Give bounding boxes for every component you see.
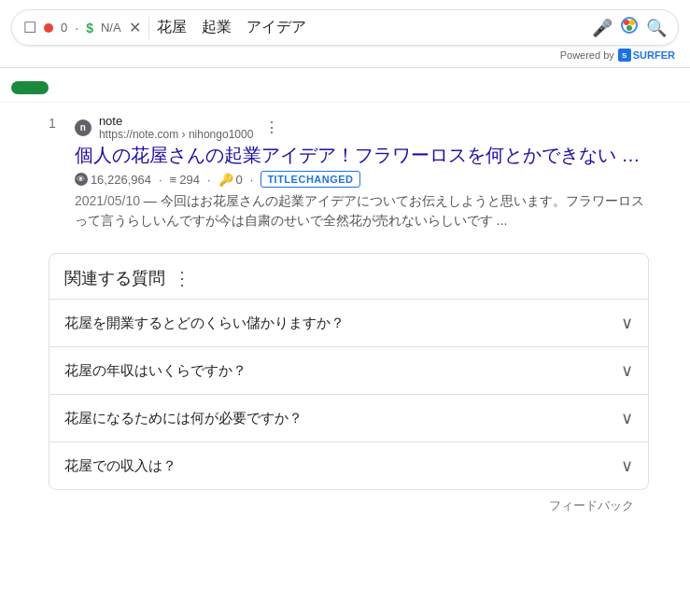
faq-header-title: 関連する質問: [64, 267, 165, 289]
faq-more-icon[interactable]: ⋮: [173, 267, 191, 289]
views-metric: 👁 16,226,964: [75, 173, 151, 187]
more-options-icon[interactable]: ⋮: [264, 119, 279, 136]
words-value: 294: [179, 173, 200, 187]
separator-2: ·: [207, 173, 211, 187]
powered-by-label: Powered by: [560, 49, 614, 61]
search-icon[interactable]: 🔍: [646, 18, 667, 38]
faq-item-1[interactable]: 花屋を開業するとどのくらい儲かりますか？ ∨: [49, 300, 648, 347]
favicon-letter: n: [80, 122, 86, 133]
faq-chevron-2: ∨: [621, 360, 633, 381]
feedback-label[interactable]: フィードバック: [549, 498, 634, 512]
result-item: 1 n note https://note.com › nihongo1000 …: [49, 114, 649, 231]
faq-chevron-3: ∨: [621, 408, 633, 428]
red-dot-icon: [44, 21, 53, 35]
faq-header: 関連する質問 ⋮: [49, 254, 648, 300]
title-changed-badge: TITLE CHANGED: [261, 171, 359, 188]
svg-point-2: [629, 20, 635, 25]
surfer-badge: Powered by S SURFER: [11, 46, 679, 63]
faq-question-3: 花屋になるためには何が必要ですか？: [64, 410, 303, 427]
faq-chevron-4: ∨: [621, 455, 633, 476]
faq-item-3[interactable]: 花屋になるためには何が必要ですか？ ∨: [49, 395, 648, 442]
lens-icon[interactable]: [620, 16, 639, 39]
metrics-row: 👁 16,226,964 · ≡ 294 · 🔑 0 · TITLE CHANG…: [75, 171, 647, 188]
badge-text: TITLE: [267, 174, 298, 185]
faq-question-4: 花屋での収入は？: [64, 457, 176, 475]
separator-1: ·: [159, 173, 162, 187]
links-value: 0: [236, 173, 243, 187]
mic-icon[interactable]: 🎤: [592, 18, 613, 38]
snippet-text: — 今回はお花屋さんの起業アイデアについてお伝えしようと思います。フラワーロスっ…: [75, 193, 644, 228]
views-count: 0: [61, 21, 67, 35]
faq-item-2[interactable]: 花屋の年収はいくらですか？ ∨: [49, 347, 648, 395]
faq-section: 関連する質問 ⋮ 花屋を開業するとどのくらい儲かりますか？ ∨ 花屋の年収はいく…: [49, 253, 649, 490]
result-number: 1: [49, 116, 67, 131]
na-label: N/A: [101, 21, 121, 35]
views-value: 16,226,964: [91, 173, 151, 187]
search-bar-wrapper: ☐ 0 · $ N/A ✕ 🎤 🔍 Powered by S SURFER: [0, 0, 690, 68]
close-icon[interactable]: ✕: [129, 19, 141, 36]
faq-item-4[interactable]: 花屋での収入は？ ∨: [49, 442, 648, 489]
source-name[interactable]: note: [99, 114, 253, 128]
snippet-date: 2021/05/10: [75, 193, 140, 208]
svg-point-3: [627, 25, 632, 31]
green-btn-area: [0, 68, 690, 103]
search-bar: ☐ 0 · $ N/A ✕ 🎤 🔍: [11, 9, 679, 46]
search-input[interactable]: [157, 20, 584, 36]
result-snippet: 2021/05/10 — 今回はお花屋さんの起業アイデアについてお伝えしようと思…: [75, 191, 647, 231]
green-button[interactable]: [11, 81, 49, 94]
svg-point-1: [624, 20, 629, 25]
source-line: n note https://note.com › nihongo1000 ⋮: [75, 114, 647, 141]
links-icon: 🔑: [218, 173, 233, 187]
faq-question-1: 花屋を開業するとどのくらい儲かりますか？: [64, 315, 345, 332]
result-body: n note https://note.com › nihongo1000 ⋮ …: [75, 114, 647, 231]
words-metric: ≡ 294: [170, 173, 200, 187]
links-metric: 🔑 0: [218, 173, 243, 187]
favicon: n: [75, 119, 92, 136]
faq-question-2: 花屋の年収はいくらですか？: [64, 362, 246, 380]
faq-chevron-1: ∨: [621, 313, 633, 333]
dollar-icon: $: [86, 21, 93, 35]
words-icon: ≡: [170, 173, 177, 187]
surfer-logo: S SURFER: [618, 49, 675, 62]
surfer-icon: S: [618, 49, 631, 62]
divider: [148, 17, 149, 39]
dot-separator: ·: [75, 21, 78, 35]
surfer-label: SURFER: [633, 49, 675, 61]
views-icon: 👁: [75, 173, 88, 186]
separator-3: ·: [250, 173, 254, 187]
feedback-row: フィードバック: [49, 490, 649, 522]
source-info: note https://note.com › nihongo1000: [99, 114, 253, 141]
checkbox-icon[interactable]: ☐: [23, 19, 36, 36]
source-url: https://note.com › nihongo1000: [99, 128, 253, 141]
main-content: 1 n note https://note.com › nihongo1000 …: [0, 103, 690, 533]
badge-text-2: CHANGED: [298, 174, 353, 185]
result-title[interactable]: 個人の花屋さんの起業アイデア！フラワーロスを何とかできない …: [75, 143, 647, 167]
